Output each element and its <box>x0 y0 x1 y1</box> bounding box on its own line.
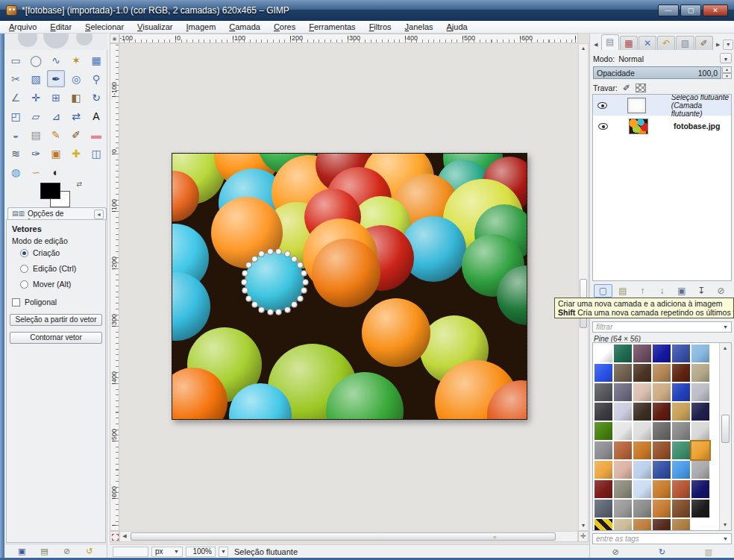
menu-arquivo[interactable]: Arquivo <box>2 21 43 33</box>
layer-thumbnail[interactable] <box>629 119 648 134</box>
menu-ferramentas[interactable]: Ferramentas <box>302 21 362 33</box>
pattern-swatch[interactable] <box>633 422 651 440</box>
radio-icon[interactable] <box>20 265 28 273</box>
maximize-button[interactable]: ▢ <box>680 4 701 16</box>
measure-tool[interactable]: ∠ <box>7 89 25 106</box>
canvas-horizontal-scrollbar[interactable]: ◀ ≡ <box>119 531 578 542</box>
pattern-swatch[interactable] <box>653 345 671 362</box>
pattern-swatch[interactable] <box>653 383 671 401</box>
delete-layer-button[interactable]: ⊘ <box>712 284 730 298</box>
pattern-swatch[interactable] <box>595 345 612 362</box>
opacity-slider[interactable]: Opacidade 100,0 <box>593 66 721 79</box>
layer-row[interactable]: fotobase.jpg <box>593 116 731 136</box>
perspective-clone-tool[interactable]: ◫ <box>87 145 105 162</box>
pattern-swatch[interactable] <box>614 480 632 498</box>
pattern-swatch[interactable] <box>633 480 651 498</box>
scroll-down-icon[interactable]: ▼ <box>721 520 730 529</box>
radio-icon[interactable] <box>20 280 28 289</box>
horizontal-scroll-thumb[interactable]: ≡ <box>131 532 556 541</box>
menu-filtros[interactable]: Filtros <box>363 21 398 33</box>
dock-menu-button[interactable]: ▼ <box>723 40 733 50</box>
duplicate-layer-button[interactable]: ▣ <box>672 284 691 298</box>
pattern-swatch[interactable] <box>595 461 612 479</box>
pattern-swatch[interactable] <box>614 403 632 421</box>
pattern-swatch[interactable] <box>595 364 612 382</box>
eye-cell[interactable] <box>593 123 612 130</box>
ink-tool[interactable]: ✑ <box>27 145 45 162</box>
pattern-swatch[interactable] <box>653 403 671 421</box>
pattern-swatch[interactable] <box>633 441 651 459</box>
tool-options-tab[interactable]: ▤▥ Opções de ferramentas <box>7 207 107 220</box>
pattern-swatch[interactable] <box>614 519 632 531</box>
open-pattern-button[interactable]: ▥ <box>701 547 716 557</box>
pattern-swatch[interactable] <box>614 383 632 401</box>
pattern-swatch[interactable] <box>633 345 651 362</box>
menu-visualizar[interactable]: Visualizar <box>131 21 180 33</box>
pattern-swatch[interactable] <box>691 480 709 498</box>
delete-options-button[interactable]: ⊘ <box>60 547 75 556</box>
pattern-swatch[interactable] <box>691 500 709 517</box>
menu-imagem[interactable]: Imagem <box>180 21 223 33</box>
pattern-swatch[interactable] <box>633 461 651 479</box>
pattern-swatch[interactable] <box>691 461 709 479</box>
move-tool[interactable]: ✛ <box>27 89 45 106</box>
pattern-swatch[interactable] <box>691 345 709 362</box>
dodge-burn-tool[interactable]: ◐ <box>47 163 65 180</box>
close-button[interactable]: ✕ <box>703 4 728 16</box>
pattern-swatch[interactable] <box>653 461 671 479</box>
bucket-fill-tool[interactable]: ◒ <box>7 126 25 143</box>
crop-tool[interactable]: ◧ <box>67 89 85 106</box>
pattern-swatch[interactable] <box>691 403 709 421</box>
pencil-tool[interactable]: ✎ <box>47 126 65 143</box>
tab-paths[interactable]: ✕ <box>639 36 656 50</box>
pattern-swatch[interactable] <box>595 422 612 440</box>
pattern-swatch[interactable] <box>614 441 632 459</box>
ellipse-select-tool[interactable]: ◯ <box>27 51 45 69</box>
mode-value[interactable]: Normal <box>618 54 644 63</box>
pattern-swatch[interactable] <box>672 422 690 440</box>
pattern-swatch[interactable] <box>691 422 709 440</box>
raise-layer-button[interactable]: ↑ <box>633 284 652 298</box>
rotate-tool[interactable]: ↻ <box>87 89 105 106</box>
scroll-left-icon[interactable]: ◀ <box>120 532 129 541</box>
refresh-patterns-button[interactable]: ↻ <box>654 547 669 557</box>
tab-undo-history[interactable]: ↶ <box>657 36 675 50</box>
selection-from-path-button[interactable]: Seleção a partir do vetor <box>10 314 102 326</box>
menu-janelas[interactable]: Janelas <box>398 21 440 33</box>
restore-options-button[interactable]: ▤ <box>37 547 51 556</box>
pattern-swatch[interactable] <box>595 383 612 401</box>
tab-layers[interactable]: ▤ <box>601 34 619 50</box>
smudge-tool[interactable]: ∽ <box>27 163 45 180</box>
zoom-input[interactable]: 100% <box>186 547 216 557</box>
anchor-layer-button[interactable]: ↧ <box>692 284 711 298</box>
layer-thumbnail[interactable] <box>627 98 645 113</box>
mode-dropdown-button[interactable]: ▼ <box>720 53 732 63</box>
pattern-swatch[interactable] <box>595 441 612 459</box>
lock-alpha-icon[interactable] <box>636 84 646 92</box>
flip-tool[interactable]: ⇄ <box>67 107 85 125</box>
scroll-up-icon[interactable]: ▲ <box>721 344 730 353</box>
scissors-select-tool[interactable]: ✂ <box>7 70 25 87</box>
menu-camada[interactable]: Camada <box>222 21 267 33</box>
pattern-swatch[interactable] <box>672 480 690 498</box>
color-picker-tool[interactable]: ◎ <box>67 70 85 87</box>
pattern-swatch[interactable] <box>614 500 632 517</box>
pattern-swatch[interactable] <box>672 441 690 459</box>
opacity-spinner[interactable]: ▲▼ <box>722 66 732 79</box>
canvas-image[interactable] <box>172 153 527 420</box>
tab-channels[interactable]: ▦ <box>620 36 638 50</box>
paths-tool[interactable]: ✒ <box>47 70 65 87</box>
edit-mode-radio-1[interactable]: Edição (Ctrl) <box>20 264 105 273</box>
pattern-swatch[interactable] <box>653 364 671 382</box>
pattern-swatch[interactable] <box>672 403 690 421</box>
new-group-button[interactable]: ▤ <box>613 284 632 298</box>
minimize-button[interactable]: — <box>658 4 679 16</box>
pattern-swatch[interactable] <box>653 500 671 517</box>
pattern-swatch[interactable] <box>653 422 671 440</box>
heal-tool[interactable]: ✚ <box>67 145 85 162</box>
pattern-swatch[interactable] <box>633 383 651 401</box>
new-layer-button[interactable]: ▢ <box>594 284 612 298</box>
lock-pixels-icon[interactable]: ✐ <box>623 83 630 93</box>
tags-combo[interactable]: entre as tags ▼ <box>592 533 732 544</box>
spin-down-icon[interactable]: ▼ <box>722 73 732 80</box>
